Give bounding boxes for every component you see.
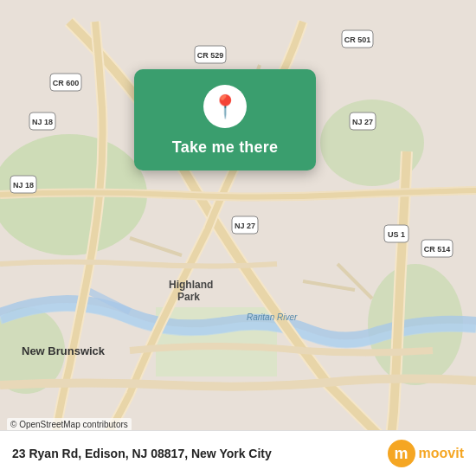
svg-text:NJ 27: NJ 27 [352,118,373,126]
osm-attribution: © OpenStreetMap contributors [7,418,132,431]
moovit-icon: m [388,440,415,467]
bottom-bar: 23 Ryan Rd, Edison, NJ 08817, New York C… [0,430,476,476]
svg-text:Highland: Highland [169,279,213,291]
moovit-logo: m moovit [388,440,464,467]
take-me-there-button[interactable]: Take me there [172,138,278,157]
svg-text:CR 514: CR 514 [424,245,451,254]
svg-text:NJ 18: NJ 18 [32,118,53,126]
svg-text:New Brunswick: New Brunswick [22,344,106,357]
svg-text:NJ 18: NJ 18 [13,181,34,190]
svg-text:Raritan River: Raritan River [247,312,298,322]
svg-text:Park: Park [177,291,200,303]
moovit-text: moovit [419,446,464,461]
location-pin: 📍 [203,85,247,128]
svg-text:CR 501: CR 501 [344,35,371,44]
pin-icon: 📍 [211,93,239,120]
svg-text:NJ 27: NJ 27 [235,222,255,230]
location-card: 📍 Take me there [134,69,316,170]
svg-text:US 1: US 1 [388,230,405,239]
svg-text:CR 529: CR 529 [197,51,224,60]
svg-text:CR 600: CR 600 [53,79,80,87]
moovit-icon-letter: m [395,445,408,463]
map-container: CR 501 CR 529 CR 600 NJ 18 NJ 18 NJ 27 N… [0,0,476,476]
address-text: 23 Ryan Rd, Edison, NJ 08817, New York C… [12,447,272,460]
